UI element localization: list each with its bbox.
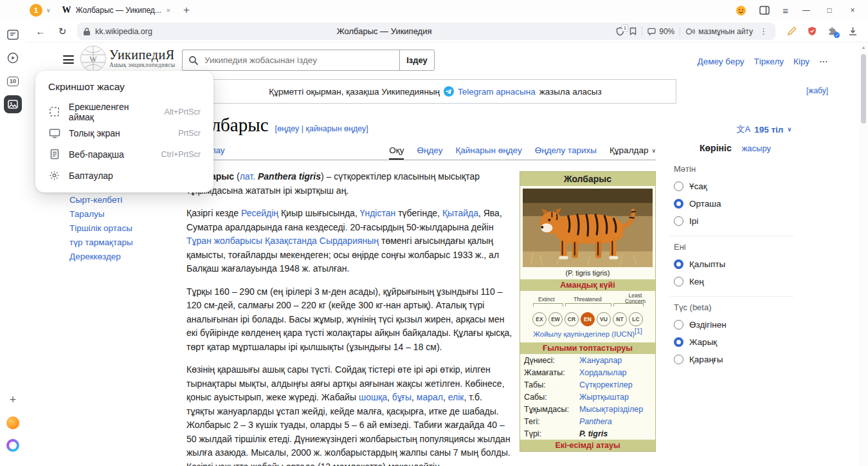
language-selector[interactable]: 文A 195 тіл ∨ xyxy=(737,124,791,135)
screenshot-menu-item[interactable]: Ерекшеленген аймақAlt+PrtScr xyxy=(35,101,213,122)
toc-item[interactable]: Таралуы xyxy=(69,210,176,219)
article-title-row: Жолбарыс [өңдеу | қайнарын өңдеу] xyxy=(186,115,368,136)
article-link[interactable]: марал xyxy=(417,392,443,402)
tab-Өңдеу[interactable]: Өңдеу xyxy=(417,145,442,160)
protect-icon[interactable]: 1 xyxy=(616,27,624,36)
toc-item[interactable]: түр тармақтары xyxy=(69,238,176,247)
article-paragraph: Көзінің қарашығы ашық сары түсті. Сойдақ… xyxy=(186,363,512,466)
taxonomy-value: P. tigris xyxy=(575,427,655,440)
tabs-counter-icon[interactable]: 10 xyxy=(4,72,22,90)
header-link[interactable]: Кіру xyxy=(793,57,809,66)
article-link[interactable]: Сырдарияның xyxy=(320,236,379,246)
extensions-puzzle-icon[interactable]: ✓ xyxy=(827,26,837,36)
appearance-option[interactable]: Ұсақ xyxy=(674,181,793,192)
appearance-option[interactable]: Қараңғы xyxy=(674,354,793,365)
article-paragraph: Тұрқы 160 – 290 см (ең ірілері 3 м-ден а… xyxy=(186,285,512,355)
article-text: , xyxy=(443,392,448,402)
taxonomy-value-link[interactable]: Хордалылар xyxy=(579,368,627,377)
header-link[interactable]: Тіркелу xyxy=(754,57,784,66)
edit-pencil-icon[interactable] xyxy=(787,26,797,36)
maximize-button[interactable]: □ xyxy=(824,6,835,15)
search-button[interactable]: Іздеу xyxy=(399,50,434,70)
status-ref[interactable]: [1] xyxy=(635,327,642,335)
download-icon[interactable] xyxy=(848,26,858,36)
taxonomy-value-link[interactable]: Сүтқоректілер xyxy=(579,380,633,389)
screenshot-tool-icon[interactable] xyxy=(4,95,22,113)
article-link[interactable]: лат. xyxy=(240,171,255,182)
tab-title: Жолбарыс — Уикипед... xyxy=(76,6,161,15)
toc-item[interactable]: Сырт-келбеті xyxy=(69,196,176,205)
taxonomy-value-link[interactable]: Жануарлар xyxy=(579,356,622,365)
scrollbar-thumb[interactable] xyxy=(861,54,866,124)
header-more-icon[interactable]: ⋯ xyxy=(819,56,828,66)
tab-group-badge[interactable]: 1 xyxy=(30,4,42,17)
taxonomy-value: Сүтқоректілер xyxy=(575,378,655,391)
appearance-option[interactable]: Өздігінен xyxy=(674,319,793,330)
appearance-option[interactable]: Қалыпты xyxy=(674,259,793,270)
close-button[interactable]: × xyxy=(847,6,858,15)
taxonomy-value-link[interactable]: Жыртқыштар xyxy=(579,393,629,402)
tab-Оқу[interactable]: Оқу xyxy=(389,145,404,160)
screenshot-menu-item[interactable]: Толық экранPrtScr xyxy=(35,122,213,144)
browser-menu-icon[interactable]: ≡ xyxy=(782,5,788,16)
bookmark-icon[interactable] xyxy=(629,27,637,35)
status-bracket xyxy=(533,303,563,306)
sidebar-add-icon[interactable]: + xyxy=(10,393,17,407)
wiki-menu-icon[interactable] xyxy=(63,55,74,64)
screenshot-menu-item[interactable]: Веб-парақшаCtrl+PrtScr xyxy=(35,144,213,165)
article-link[interactable]: Ресейдің xyxy=(241,208,278,218)
appearance-option[interactable]: Кең xyxy=(674,276,793,287)
article-link[interactable]: Үндістан xyxy=(360,208,396,218)
side-panel-icon[interactable] xyxy=(759,6,770,15)
tab-close-icon[interactable]: × xyxy=(167,6,170,14)
article-link[interactable]: бұғы xyxy=(392,392,411,402)
back-button[interactable]: ← xyxy=(33,26,48,37)
address-bar[interactable]: kk.wikipedia.org Жолбарыс — Уикипедия 1 … xyxy=(77,23,775,40)
status-link[interactable]: Жойылу қаупіндегілер (IUCN) xyxy=(533,330,635,338)
appearance-hide-button[interactable]: жасыру xyxy=(742,144,771,153)
article-link[interactable]: Қытайда xyxy=(442,208,478,218)
reload-button[interactable]: ↻ xyxy=(55,26,69,37)
zoom-control[interactable]: 90% xyxy=(647,27,674,36)
article-link[interactable]: елік xyxy=(448,392,464,402)
svg-text:W: W xyxy=(89,55,97,64)
minimize-button[interactable]: — xyxy=(801,6,811,15)
wiki-wordmark-title: УикипедиЯ xyxy=(109,48,176,62)
browser-tab[interactable]: W Жолбарыс — Уикипед... × xyxy=(57,0,176,21)
divider xyxy=(680,26,680,36)
tab-list-chevron-icon[interactable]: ∨ xyxy=(46,7,51,14)
page-scrollbar[interactable]: ▲ xyxy=(859,42,868,466)
toc-item[interactable]: Дереккөздер xyxy=(69,252,176,261)
article-link[interactable]: шошқа xyxy=(359,392,387,402)
tab-Өңделу тарихы[interactable]: Өңделу тарихы xyxy=(535,145,597,160)
tiger-image[interactable] xyxy=(520,186,655,267)
telegram-link[interactable]: Telegram арнасына xyxy=(458,87,536,97)
taxonomy-value-link[interactable]: Мысықтәрізділер xyxy=(579,405,643,414)
appearance-option[interactable]: Орташа xyxy=(674,198,793,209)
header-link[interactable]: Демеу беру xyxy=(698,57,745,66)
banner-close-link[interactable]: [жабу] xyxy=(806,86,828,95)
wiki-wordmark[interactable]: УикипедиЯ Ашық энциклопедиясы xyxy=(109,48,176,68)
wiki-search-box[interactable]: Іздеу xyxy=(182,50,435,71)
yandex-services-icon[interactable] xyxy=(6,416,19,429)
mood-icon[interactable] xyxy=(736,5,746,16)
scroll-up-icon[interactable]: ▲ xyxy=(859,45,868,50)
alice-assistant-icon[interactable] xyxy=(6,439,19,452)
tools-menu[interactable]: Құралдар ∨ xyxy=(610,145,656,160)
video-play-icon[interactable] xyxy=(4,49,22,67)
appearance-option[interactable]: Ірі xyxy=(674,216,793,227)
toc-item[interactable]: Тіршілік ортасы xyxy=(69,224,176,233)
chat-panel-icon[interactable] xyxy=(4,26,22,44)
taxonomy-value-link[interactable]: Panthera xyxy=(579,417,612,426)
address-menu-icon[interactable]: ⋮ xyxy=(758,26,769,36)
article-link[interactable]: Қазақстанда xyxy=(265,236,317,246)
title-edit-links[interactable]: [өңдеу | қайнарын өңдеу] xyxy=(275,124,368,133)
search-input[interactable] xyxy=(183,50,399,70)
new-tab-button[interactable]: + xyxy=(183,4,190,17)
tab-Қайнарын өңдеу[interactable]: Қайнарын өңдеу xyxy=(455,145,521,160)
appearance-option[interactable]: Жарық xyxy=(674,337,793,348)
adblock-shield-icon[interactable] xyxy=(808,26,817,36)
article-link[interactable]: Тұран жолбарысы xyxy=(186,236,262,246)
screenshot-menu-item[interactable]: Баптаулар xyxy=(35,165,213,186)
read-aloud-button[interactable]: мазмұнын айту xyxy=(685,27,753,36)
